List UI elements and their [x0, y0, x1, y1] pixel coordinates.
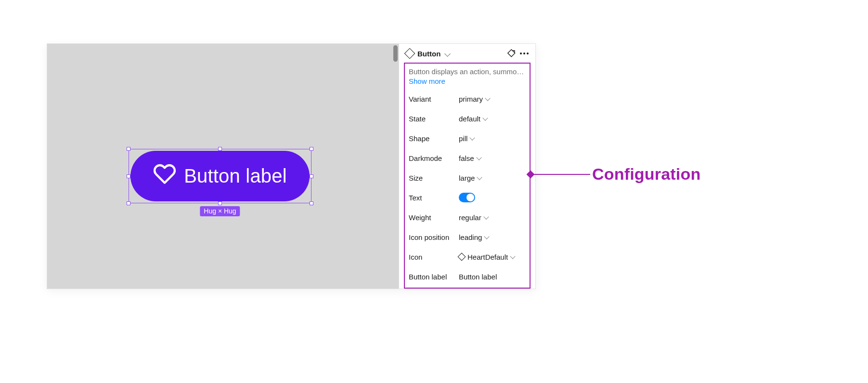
- canvas-scrollbar-thumb[interactable]: [393, 45, 398, 62]
- component-icon: [404, 48, 415, 59]
- chevron-down-icon: [482, 115, 488, 120]
- chevron-down-icon[interactable]: [444, 51, 451, 57]
- property-value-text: false: [459, 154, 474, 162]
- property-value-instance[interactable]: HeartDefault: [459, 253, 526, 261]
- selection-bounds[interactable]: Button label Hug × Hug: [129, 149, 311, 203]
- chevron-down-icon: [477, 174, 482, 180]
- property-row-size: Size large: [409, 169, 526, 187]
- editor-window: Button label Hug × Hug Button Button dis…: [47, 43, 536, 289]
- inspector-panel: Button Button displays an action, summon…: [399, 44, 535, 289]
- annotation-label: Configuration: [592, 165, 700, 184]
- property-label: Darkmode: [409, 154, 459, 162]
- property-value-text: HeartDefault: [467, 253, 508, 261]
- chevron-down-icon: [510, 253, 516, 259]
- property-value-text: default: [459, 115, 480, 123]
- property-value-text: leading: [459, 233, 482, 241]
- dots-icon: [520, 53, 529, 54]
- selection-handle-s[interactable]: [218, 201, 222, 205]
- detach-instance-icon[interactable]: [507, 49, 516, 58]
- annotation-leader-line: [531, 174, 590, 175]
- chevron-down-icon: [484, 234, 490, 239]
- property-value-text: Button label: [459, 273, 497, 281]
- design-canvas[interactable]: Button label Hug × Hug: [47, 44, 399, 289]
- selection-handle-e[interactable]: [310, 174, 313, 178]
- component-name[interactable]: Button: [417, 50, 440, 58]
- inspector-header: Button: [399, 44, 535, 63]
- component-instance-icon: [458, 253, 466, 261]
- property-value-textfield[interactable]: Button label: [459, 273, 526, 281]
- property-row-button-label: Button label Button label: [409, 267, 526, 286]
- canvas-scrollbar-track: [392, 44, 399, 289]
- property-toggle[interactable]: [459, 193, 475, 202]
- chevron-down-icon: [476, 155, 481, 160]
- property-label: Button label: [409, 273, 459, 281]
- property-label: Size: [409, 174, 459, 182]
- chevron-down-icon: [485, 95, 490, 101]
- property-label: Icon: [409, 253, 459, 261]
- property-value-text: regular: [459, 213, 481, 222]
- property-row-icon-position: Icon position leading: [409, 228, 526, 246]
- button-preview[interactable]: Button label: [130, 151, 310, 201]
- component-description: Button displays an action, summons ...: [409, 67, 526, 76]
- property-value-select[interactable]: pill: [459, 134, 526, 143]
- more-options-button[interactable]: [520, 49, 529, 58]
- property-row-state: State default: [409, 109, 526, 128]
- heart-icon: [153, 162, 176, 190]
- chevron-down-icon: [483, 214, 489, 219]
- property-label: Weight: [409, 213, 459, 222]
- button-preview-label: Button label: [184, 165, 287, 187]
- property-row-shape: Shape pill: [409, 129, 526, 147]
- property-value-text: primary: [459, 95, 483, 103]
- selection-handle-sw[interactable]: [127, 201, 130, 205]
- selection-handle-ne[interactable]: [310, 147, 313, 151]
- property-row-text: Text: [409, 188, 526, 207]
- selection-handle-se[interactable]: [310, 201, 313, 205]
- property-value-select[interactable]: regular: [459, 213, 526, 222]
- property-value-select[interactable]: leading: [459, 233, 526, 241]
- property-label: Variant: [409, 95, 459, 103]
- property-label: Text: [409, 194, 459, 202]
- property-row-icon: Icon HeartDefault: [409, 248, 526, 266]
- property-value-select[interactable]: large: [459, 174, 526, 182]
- property-value-select[interactable]: primary: [459, 95, 526, 103]
- property-row-darkmode: Darkmode false: [409, 149, 526, 167]
- configuration-panel: Button displays an action, summons ... S…: [404, 63, 531, 289]
- property-value-text: pill: [459, 134, 467, 143]
- property-label: Icon position: [409, 233, 459, 241]
- property-value-toggle-wrap: [459, 193, 526, 202]
- property-value-select[interactable]: default: [459, 115, 526, 123]
- selection-handle-nw[interactable]: [127, 147, 130, 151]
- selection-handle-w[interactable]: [127, 174, 130, 178]
- property-row-variant: Variant primary: [409, 90, 526, 108]
- selection-size-badge: Hug × Hug: [200, 206, 240, 216]
- property-value-text: large: [459, 174, 475, 182]
- property-label: Shape: [409, 134, 459, 143]
- chevron-down-icon: [470, 135, 475, 140]
- property-row-weight: Weight regular: [409, 208, 526, 226]
- property-label: State: [409, 115, 459, 123]
- property-value-select[interactable]: false: [459, 154, 526, 162]
- show-more-link[interactable]: Show more: [409, 77, 526, 85]
- selection-handle-n[interactable]: [218, 147, 222, 151]
